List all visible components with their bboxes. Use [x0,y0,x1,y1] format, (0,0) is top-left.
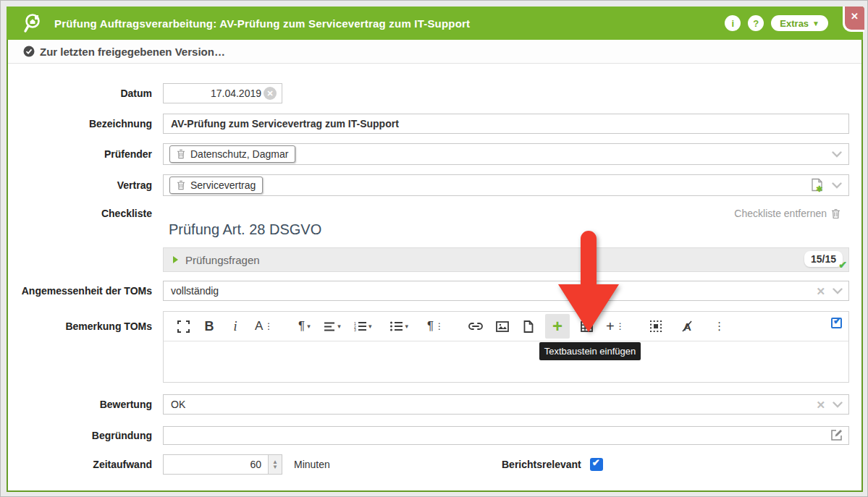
row-checkliste: Checkliste Checkliste entfernen [8,206,861,221]
zeitaufwand-label: Zeitaufwand [8,459,163,470]
caret-icon: ▾ [307,323,311,330]
check-circle-icon [23,46,35,57]
bewertung-select[interactable]: OK [163,394,849,415]
clear-formatting-icon[interactable]: A [678,314,697,339]
ordered-list-icon[interactable]: 1 2 3 ▾ [351,314,375,339]
plus-glyph: + [606,318,615,335]
bemerkung-editor: B i A⋮ ¶▾ ▾ 1 2 3 ▾ [163,311,849,383]
angemessenheit-select[interactable]: vollständig [163,281,849,301]
trash-icon[interactable] [831,208,840,219]
row-angemessenheit: Angemessenheit der TOMs vollständig ✕ [8,281,861,301]
vertrag-chip-label: Servicevertrag [190,179,256,191]
paragraph-format-icon[interactable]: ¶▾ [295,314,313,339]
bewertung-label: Bewertung [8,399,163,410]
pruefender-chip-label: Datenschutz, Dagmar [190,148,288,160]
zeitaufwand-unit: Minuten [294,459,330,470]
dots-icon: ⋮ [264,321,273,331]
insert-image-icon[interactable] [493,314,512,339]
angemessenheit-value: vollständig [171,285,219,297]
insert-table-icon[interactable] [577,314,596,339]
clear-x-icon[interactable]: ✕ [816,286,825,297]
caret-icon: ▾ [368,323,372,330]
bewertung-value: OK [171,399,185,410]
info-button[interactable]: i [725,15,741,31]
insert-template-button[interactable]: + [545,314,570,339]
trash-icon[interactable] [177,180,185,190]
checklist-heading: Prüfung Art. 28 DSGVO [169,221,321,238]
align-icon[interactable]: ▾ [321,314,344,339]
vertrag-chip[interactable]: Servicevertrag [169,177,263,194]
more-text-glyph: A [255,319,263,334]
number-stepper[interactable]: ▲ ▼ [268,455,282,474]
bemerkung-textarea[interactable] [164,341,848,383]
italic-icon[interactable]: i [226,314,245,339]
vertrag-field[interactable]: Servicevertrag ✱ [163,174,849,196]
bemerkung-label: Bemerkung TOMs [8,320,163,332]
pilcrow-glyph: ¶ [427,319,434,334]
page-title: Prüfung Auftragsverarbeitung: AV-Prüfung… [54,17,470,30]
fullscreen-icon[interactable] [174,314,193,339]
clear-x-icon[interactable]: ✕ [816,399,825,410]
more-rich-icon[interactable]: +⋮ [603,314,628,339]
pruefungsfragen-section[interactable]: Prüfungsfragen 15/15 ✔ [163,247,849,272]
more-text-icon[interactable]: A⋮ [252,314,276,339]
row-bezeichnung: Bezeichnung [8,114,861,134]
help-button[interactable]: ? [748,15,764,31]
close-button[interactable]: ✕ [843,7,864,32]
pruefender-field[interactable]: Datenschutz, Dagmar [163,143,849,165]
berichtsrelevant-group: Berichtsrelevant ✔ [502,458,603,471]
caret-icon: ▾ [405,323,408,330]
dots-icon: ⋮ [616,321,625,331]
pruefender-label: Prüfender [8,148,163,160]
bezeichnung-label: Bezeichnung [8,118,163,129]
insert-file-icon[interactable] [519,314,538,339]
row-datum: Datum ✕ [8,83,861,103]
version-link-label: Zur letzten freigegebenen Version… [40,46,225,58]
pruefungsfragen-label: Prüfungsfragen [185,254,260,266]
progress-value: 15/15 [811,253,836,265]
bold-icon[interactable]: B [200,314,219,339]
title-bar: Prüfung Auftragsverarbeitung: AV-Prüfung… [7,7,863,40]
row-begruendung: Begründung [8,426,861,445]
begruendung-input[interactable] [163,426,849,445]
berichtsrelevant-checkbox[interactable]: ✔ [590,458,603,471]
tooltip: Textbaustein einfügen [539,342,641,360]
expand-triangle-icon[interactable] [173,256,178,263]
checklist-remove-link[interactable]: Checkliste entfernen [734,208,840,219]
chevron-down-icon[interactable] [833,402,843,408]
stepper-down-icon[interactable]: ▼ [272,464,278,470]
svg-text:3: 3 [354,328,356,331]
chevron-down-icon[interactable] [832,182,842,189]
audit-magnifier-icon [22,12,44,34]
more-paragraph-icon[interactable]: ¶⋮ [424,314,447,339]
vertrag-label: Vertrag [8,179,163,191]
version-link[interactable]: Zur letzten freigegebenen Version… [8,40,861,64]
chevron-down-icon[interactable] [833,288,843,294]
pruefender-chip[interactable]: Datenschutz, Dagmar [169,145,295,163]
editor-checkbox[interactable]: ✔ [831,318,842,328]
edit-pencil-icon[interactable] [830,428,843,441]
checklist-remove-label: Checkliste entfernen [734,208,827,219]
progress-badge: 15/15 ✔ [804,251,843,267]
row-pruefender: Prüfender Datenschutz, Dagmar [8,143,861,165]
zeitaufwand-input[interactable] [163,454,282,475]
trash-icon[interactable] [177,149,185,159]
insert-link-icon[interactable] [465,314,486,339]
pilcrow-glyph: ¶ [298,319,305,334]
chevron-down-icon[interactable] [832,151,842,158]
svg-text:✱: ✱ [816,184,822,193]
bullet-list-icon[interactable]: ▾ [387,314,411,339]
app-window: Prüfung Auftragsverarbeitung: AV-Prüfung… [7,7,863,492]
berichtsrelevant-label: Berichtsrelevant [502,459,581,470]
caret-icon: ▾ [337,323,341,330]
extras-label: Extras [780,18,809,29]
datum-clear-icon[interactable]: ✕ [264,87,277,100]
new-document-icon[interactable]: ✱ [811,178,825,193]
check-icon: ✔ [838,259,847,271]
begruendung-label: Begründung [8,430,163,441]
select-all-icon[interactable] [646,314,665,339]
extras-button[interactable]: Extras ▼ [771,15,828,31]
bezeichnung-input[interactable] [163,114,849,134]
more-misc-icon[interactable]: ⋮ [710,314,729,339]
header-actions: i ? Extras ▼ [725,15,828,31]
